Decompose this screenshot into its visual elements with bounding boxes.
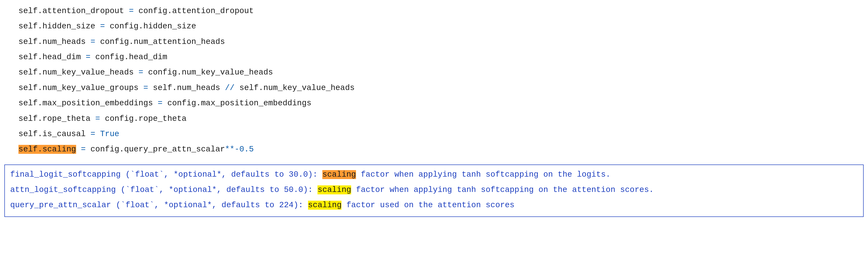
code-text: self.rope_theta xyxy=(19,114,95,123)
docstring-box: final_logit_softcapping (`float`, *optio… xyxy=(4,165,864,217)
code-line: self.scaling = config.query_pre_attn_sca… xyxy=(19,142,864,157)
code-text: self.num_heads xyxy=(19,37,90,46)
code-text xyxy=(76,145,81,154)
operator: = xyxy=(143,83,148,92)
code-text: self.num_key_value_heads xyxy=(19,68,138,77)
doc-desc: factor used on the attention scores xyxy=(341,201,515,210)
code-text: self.num_key_value_groups xyxy=(19,83,143,92)
code-line: self.num_key_value_groups = self.num_hea… xyxy=(19,80,864,95)
doc-desc: factor when applying tanh softcapping on… xyxy=(356,170,611,179)
code-text: config.max_position_embeddings xyxy=(162,99,311,108)
doc-param-name: final_logit_softcapping (`float`, *optio… xyxy=(10,170,322,179)
highlight-scaling: scaling xyxy=(308,201,342,210)
code-text: self.head_dim xyxy=(19,53,86,62)
doc-line: query_pre_attn_scalar (`float`, *optiona… xyxy=(10,198,858,213)
doc-line: attn_logit_softcapping (`float`, *option… xyxy=(10,182,858,198)
doc-line: final_logit_softcapping (`float`, *optio… xyxy=(10,167,858,182)
operator: = xyxy=(95,114,100,123)
code-line: self.num_key_value_heads = config.num_ke… xyxy=(19,65,864,80)
code-text: self.num_key_value_heads xyxy=(235,83,354,92)
operator: = xyxy=(138,68,143,77)
doc-param-name: attn_logit_softcapping (`float`, *option… xyxy=(10,186,317,194)
code-block: self.attention_dropout = config.attentio… xyxy=(4,3,864,157)
code-text: config.head_dim xyxy=(90,53,167,62)
code-text: config.query_pre_attn_scalar xyxy=(86,145,225,154)
highlight-scaling: scaling xyxy=(322,170,356,179)
doc-param-name: query_pre_attn_scalar (`float`, *optiona… xyxy=(10,201,308,210)
operator: = xyxy=(81,145,86,154)
code-text: self.is_causal xyxy=(19,130,90,139)
code-text: config.rope_theta xyxy=(100,114,186,123)
code-line: self.num_heads = config.num_attention_he… xyxy=(19,34,864,50)
operator: = xyxy=(100,22,105,31)
code-line: self.attention_dropout = config.attentio… xyxy=(19,3,864,19)
code-text: self.hidden_size xyxy=(19,22,100,31)
code-text: self.num_heads xyxy=(148,83,225,92)
code-line: self.hidden_size = config.hidden_size xyxy=(19,19,864,34)
code-line: self.max_position_embeddings = config.ma… xyxy=(19,95,864,111)
operator: **- xyxy=(225,145,239,154)
operator: = xyxy=(90,37,95,46)
operator: = xyxy=(90,130,95,139)
code-text: config.num_attention_heads xyxy=(95,37,225,46)
code-line: self.rope_theta = config.rope_theta xyxy=(19,111,864,126)
operator: = xyxy=(129,6,134,16)
code-text: config.num_key_value_heads xyxy=(143,68,273,77)
code-line: self.is_causal = True xyxy=(19,126,864,142)
code-text: self.attention_dropout xyxy=(19,6,129,16)
code-text: config.hidden_size xyxy=(105,22,196,31)
number-literal: 0.5 xyxy=(239,145,254,154)
code-line: self.head_dim = config.head_dim xyxy=(19,50,864,65)
operator: = xyxy=(158,99,162,108)
doc-desc: factor when applying tanh softcapping on… xyxy=(351,186,654,194)
code-text: config.attention_dropout xyxy=(134,6,254,16)
operator: // xyxy=(225,83,235,92)
operator: = xyxy=(86,53,90,62)
highlight-scaling: scaling xyxy=(317,186,351,194)
code-text: self.max_position_embeddings xyxy=(19,99,158,108)
highlight-self-scaling: self.scaling xyxy=(19,145,76,154)
keyword-true: True xyxy=(95,130,119,139)
